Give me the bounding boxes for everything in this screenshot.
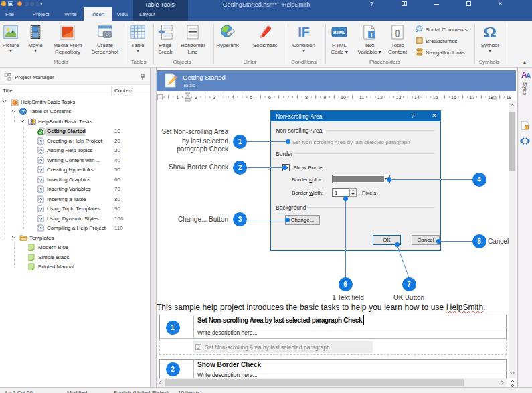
svg-text:15: 15: [433, 95, 438, 100]
svg-text:16: 16: [451, 95, 456, 100]
svg-text:19: 19: [507, 95, 512, 100]
svg-text:17: 17: [470, 95, 475, 100]
svg-text:?: ?: [39, 196, 43, 202]
svg-text:?: ?: [39, 148, 43, 154]
svg-text:?: ?: [39, 157, 43, 163]
svg-text:Ω: Ω: [483, 24, 496, 40]
svg-text:2: 2: [195, 95, 197, 100]
svg-text:4: 4: [232, 95, 234, 100]
svg-text:8: 8: [305, 95, 308, 100]
svg-text:10: 10: [341, 95, 346, 100]
svg-text:9: 9: [324, 95, 327, 100]
svg-text:?: ?: [39, 138, 43, 144]
svg-text:IF: IF: [298, 25, 309, 40]
svg-text:{}: {}: [395, 28, 400, 37]
svg-text:?: ?: [39, 216, 43, 222]
svg-text:?: ?: [39, 167, 43, 173]
svg-text:?: ?: [39, 187, 43, 193]
svg-text:HTML: HTML: [333, 30, 345, 35]
svg-text:14: 14: [414, 95, 420, 100]
svg-text:?: ?: [21, 109, 25, 115]
svg-text:3: 3: [213, 95, 216, 100]
svg-text:1: 1: [177, 95, 179, 100]
svg-text:5: 5: [250, 95, 253, 100]
svg-text:11: 11: [359, 95, 364, 100]
svg-text:T: T: [369, 31, 373, 38]
svg-text:6: 6: [268, 95, 271, 100]
svg-text:7: 7: [287, 95, 290, 100]
svg-text:?: ?: [39, 206, 43, 212]
svg-text:A: A: [526, 72, 531, 79]
svg-text:?: ?: [39, 177, 43, 183]
svg-text:?: ?: [39, 226, 43, 232]
svg-text:12: 12: [377, 95, 383, 100]
svg-text:13: 13: [396, 95, 402, 100]
